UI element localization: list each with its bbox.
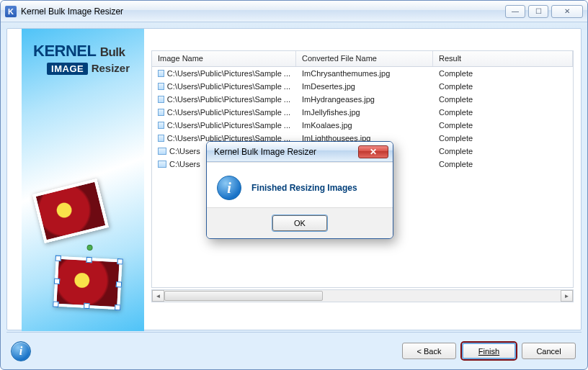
table-row[interactable]: C:\Users\Public\Pictures\Sample ...ImChr… (152, 67, 573, 80)
table-header: Image Name Converted File Name Result (152, 51, 573, 67)
brand-suffix: Bulk (100, 45, 125, 59)
cell-image-name: C:\Users\Public\Pictures\Sample ... (152, 120, 296, 130)
table-row[interactable]: C:\Users\Public\Pictures\Sample ...ImHyd… (152, 93, 573, 106)
sample-photo-2 (53, 256, 122, 310)
cell-result: Complete (433, 94, 573, 104)
info-icon: i (217, 176, 241, 200)
scroll-thumb[interactable] (164, 291, 323, 301)
cancel-button[interactable]: Cancel (522, 343, 576, 359)
cell-image-name: C:\Users\Public\Pictures\Sample ... (152, 94, 296, 104)
file-icon (158, 122, 164, 129)
finish-button[interactable]: Finish (462, 343, 516, 359)
scroll-right-button[interactable]: ► (561, 290, 573, 302)
file-icon (158, 70, 164, 77)
file-icon (158, 96, 164, 103)
dialog-footer: OK (207, 207, 393, 238)
dialog-message: Finished Resizing Images (251, 183, 357, 193)
brand-badge: IMAGE (47, 63, 88, 75)
cell-result: Complete (433, 120, 573, 130)
col-image-name[interactable]: Image Name (152, 51, 296, 66)
cell-result: Complete (433, 68, 573, 78)
cell-image-name: C:\Users\Public\Pictures\Sample ... (152, 81, 296, 91)
back-button[interactable]: < Back (402, 343, 456, 359)
scroll-left-button[interactable]: ◄ (152, 290, 164, 302)
cell-converted-name: ImJellyfishes.jpg (296, 107, 433, 117)
table-row[interactable]: C:\Users\Public\Pictures\Sample ...ImJel… (152, 106, 573, 119)
cell-result: Complete (433, 146, 573, 156)
sample-photo-1 (32, 179, 109, 243)
table-row[interactable]: C:\Users\Public\Pictures\Sample ...ImDes… (152, 80, 573, 93)
dialog-body: i Finished Resizing Images (207, 162, 393, 207)
dialog-title: Kernel Bulk Image Resizer (214, 147, 316, 157)
cell-result: Complete (433, 107, 573, 117)
brand-line1: KERNEL Bulk (33, 42, 137, 60)
ok-button[interactable]: OK (272, 215, 327, 231)
info-button[interactable]: i (11, 341, 31, 361)
cell-converted-name: ImKoalaes.jpg (296, 120, 433, 130)
file-icon (158, 135, 164, 142)
col-converted-name[interactable]: Converted File Name (296, 51, 433, 66)
message-dialog: Kernel Bulk Image Resizer ✕ i Finished R… (206, 141, 393, 239)
app-window: K Kernel Bulk Image Resizer — ☐ ✕ KERNEL… (0, 0, 588, 370)
cell-image-name: C:\Users\Public\Pictures\Sample ... (152, 107, 296, 117)
table-row[interactable]: C:\Users\Public\Pictures\Sample ...ImKoa… (152, 119, 573, 132)
file-icon (158, 161, 166, 168)
sample-photos (26, 180, 141, 324)
cell-result: Complete (433, 133, 573, 143)
minimize-button[interactable]: — (505, 5, 525, 18)
cell-result: Complete (433, 159, 573, 169)
dialog-close-button[interactable]: ✕ (358, 145, 388, 158)
brand-name: KERNEL (33, 42, 96, 60)
brand: KERNEL Bulk IMAGE Resizer (22, 29, 144, 79)
cell-converted-name: ImDesertes.jpg (296, 81, 433, 91)
footer: i < Back Finish Cancel (6, 332, 582, 364)
cell-result: Complete (433, 81, 573, 91)
maximize-button[interactable]: ☐ (528, 5, 548, 18)
file-icon (158, 109, 164, 116)
window-title: Kernel Bulk Image Resizer (21, 6, 123, 17)
close-button[interactable]: ✕ (551, 5, 583, 18)
file-icon (158, 83, 164, 90)
sidebar: KERNEL Bulk IMAGE Resizer (22, 29, 144, 331)
dialog-titlebar[interactable]: Kernel Bulk Image Resizer ✕ (207, 142, 393, 162)
scroll-track[interactable] (164, 290, 561, 302)
file-icon (158, 148, 166, 155)
brand-line2: IMAGE Resizer (33, 62, 137, 75)
cell-image-name: C:\Users\Public\Pictures\Sample ... (152, 68, 296, 78)
brand-tail: Resizer (92, 62, 130, 74)
app-icon: K (5, 6, 17, 17)
cell-converted-name: ImHydrangeases.jpg (296, 94, 433, 104)
col-result[interactable]: Result (433, 51, 573, 66)
cell-converted-name: ImChrysanthemumes.jpg (296, 68, 433, 78)
titlebar[interactable]: K Kernel Bulk Image Resizer — ☐ ✕ (1, 1, 587, 22)
horizontal-scrollbar[interactable]: ◄ ► (151, 289, 574, 302)
